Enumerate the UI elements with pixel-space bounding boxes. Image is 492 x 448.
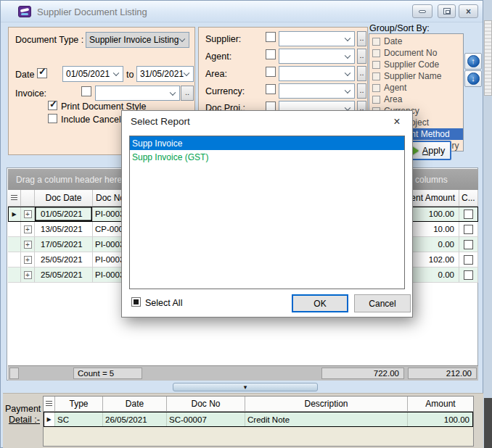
cancel-button[interactable]: Cancel [354, 294, 411, 312]
include-cancelled-checkbox[interactable] [48, 114, 57, 123]
maximize-button[interactable] [438, 4, 456, 18]
pd-description-cell[interactable]: Credit Note [245, 412, 408, 427]
select-all-checkbox[interactable] [131, 297, 141, 307]
row-checkbox[interactable] [464, 270, 473, 280]
expand-icon[interactable]: + [24, 210, 32, 218]
area-combo[interactable] [279, 66, 355, 81]
report-item-supp-invoice-gst[interactable]: Supp Invoice (GST) [130, 150, 404, 164]
group-sort-item-supplier-code[interactable]: Supplier Code [369, 59, 463, 70]
group-sort-item-agent[interactable]: Agent [369, 82, 463, 94]
row-check-cell[interactable] [459, 222, 478, 237]
pd-column-date[interactable]: Date [103, 397, 167, 412]
pd-column-doc-no[interactable]: Doc No [167, 397, 245, 412]
chevron-down-icon [345, 87, 350, 93]
pd-column-amount[interactable]: Amount [408, 397, 473, 412]
group-sort-item-document-no[interactable]: Document No [369, 47, 463, 59]
document-type-combo[interactable]: Supplier Invoice Listing [86, 32, 189, 48]
document-type-value: Supplier Invoice Listing [89, 35, 179, 45]
payment-detail-row[interactable]: ▶ SC 26/05/2021 SC-00007 Credit Note 100… [44, 412, 473, 427]
group-sort-item-date[interactable]: Date [369, 36, 463, 47]
background-dark-area [484, 398, 492, 448]
date-from-combo[interactable]: 01/05/2021 [62, 66, 123, 82]
area-checkbox[interactable] [266, 67, 276, 77]
supplier-browse-button[interactable]: .. [357, 31, 366, 46]
expand-cell[interactable]: + [21, 252, 35, 267]
row-check-cell[interactable] [459, 252, 478, 267]
doc-date-cell[interactable]: 25/05/2021 [35, 267, 93, 283]
pd-amount-cell[interactable]: 100.00 [408, 412, 473, 427]
chevron-down-icon [184, 70, 189, 76]
arrow-down-icon: ↓ [467, 72, 480, 85]
row-indicator-cell: ▶ [8, 207, 21, 222]
row-checkbox[interactable] [464, 225, 473, 234]
item-checkbox[interactable] [372, 72, 380, 80]
group-sort-item-area[interactable]: Area [369, 94, 463, 105]
report-item-supp-invoice[interactable]: Supp Invoice [130, 136, 404, 150]
date-to-value: 31/05/2021 [140, 69, 184, 79]
expand-cell[interactable]: + [21, 237, 35, 252]
supplier-checkbox[interactable] [266, 32, 276, 42]
print-document-style-checkbox[interactable]: ✓ [48, 101, 57, 110]
expand-cell[interactable]: + [21, 267, 35, 283]
menu-icon [11, 195, 17, 201]
menu-icon [46, 401, 52, 407]
move-down-button[interactable]: ↓ [464, 70, 482, 87]
invoice-browse-button[interactable]: .. [181, 86, 194, 101]
dialog-titlebar: Select Report × [122, 111, 412, 133]
chevron-down-icon [113, 70, 119, 76]
date-to-combo[interactable]: 31/05/2021 [136, 66, 194, 82]
item-checkbox[interactable] [372, 61, 380, 69]
agent-checkbox[interactable] [266, 49, 276, 59]
close-icon: × [466, 7, 471, 16]
minimize-button[interactable] [412, 4, 432, 18]
row-check-cell[interactable] [459, 207, 478, 222]
column-chooser-header[interactable] [8, 190, 21, 207]
supplier-combo[interactable] [279, 31, 355, 46]
doc-date-cell[interactable]: 17/05/2021 [35, 237, 93, 252]
date-checkbox[interactable]: ✓ [37, 68, 47, 78]
row-indicator-icon: ▶ [12, 211, 16, 217]
payment-detail-header-row: Type Date Doc No Description Amount [44, 397, 473, 412]
item-label: Date [384, 36, 402, 46]
doc-date-cell[interactable]: 25/05/2021 [35, 252, 93, 267]
pd-column-description[interactable]: Description [245, 397, 408, 412]
area-browse-button[interactable]: .. [357, 66, 366, 81]
agent-browse-button[interactable]: .. [357, 49, 366, 64]
column-chooser-header[interactable] [44, 397, 55, 412]
invoice-checkbox[interactable] [81, 86, 91, 96]
currency-checkbox[interactable] [266, 84, 276, 94]
item-checkbox[interactable] [372, 38, 380, 46]
group-sort-item-supplier-name[interactable]: Supplier Name [369, 70, 463, 82]
row-check-cell[interactable] [459, 267, 478, 283]
ok-button[interactable]: OK [292, 294, 348, 312]
expand-icon[interactable]: + [24, 241, 32, 249]
pd-column-type[interactable]: Type [55, 397, 103, 412]
column-header-doc-date[interactable]: Doc Date [35, 190, 93, 207]
invoice-combo[interactable] [95, 86, 180, 101]
row-check-cell[interactable] [459, 237, 478, 252]
currency-combo[interactable] [279, 83, 355, 99]
expand-icon[interactable]: + [24, 271, 32, 279]
item-checkbox[interactable] [372, 49, 380, 57]
dialog-close-button[interactable]: × [382, 111, 412, 133]
doc-date-cell[interactable]: 13/05/2021 [35, 222, 93, 237]
agent-combo[interactable] [279, 49, 355, 64]
row-checkbox[interactable] [464, 210, 473, 219]
item-checkbox[interactable] [372, 84, 380, 92]
pd-type-cell[interactable]: SC [55, 412, 103, 427]
item-checkbox[interactable] [372, 96, 380, 104]
currency-browse-button[interactable]: .. [357, 83, 366, 99]
expand-icon[interactable]: + [24, 256, 32, 264]
pd-date-cell[interactable]: 26/05/2021 [103, 412, 167, 427]
doc-date-cell[interactable]: 01/05/2021 [35, 207, 93, 222]
expand-cell[interactable]: + [21, 222, 35, 237]
column-header-trailing[interactable]: C... [459, 190, 478, 207]
row-checkbox[interactable] [464, 255, 473, 265]
row-checkbox[interactable] [464, 240, 473, 249]
expand-icon[interactable]: + [24, 225, 32, 233]
splitter-handle[interactable]: ▾ [173, 383, 318, 391]
move-up-button[interactable]: ↑ [464, 53, 482, 70]
close-button[interactable]: × [459, 4, 478, 18]
expand-cell[interactable]: + [21, 207, 35, 222]
pd-doc-no-cell[interactable]: SC-00007 [167, 412, 245, 427]
